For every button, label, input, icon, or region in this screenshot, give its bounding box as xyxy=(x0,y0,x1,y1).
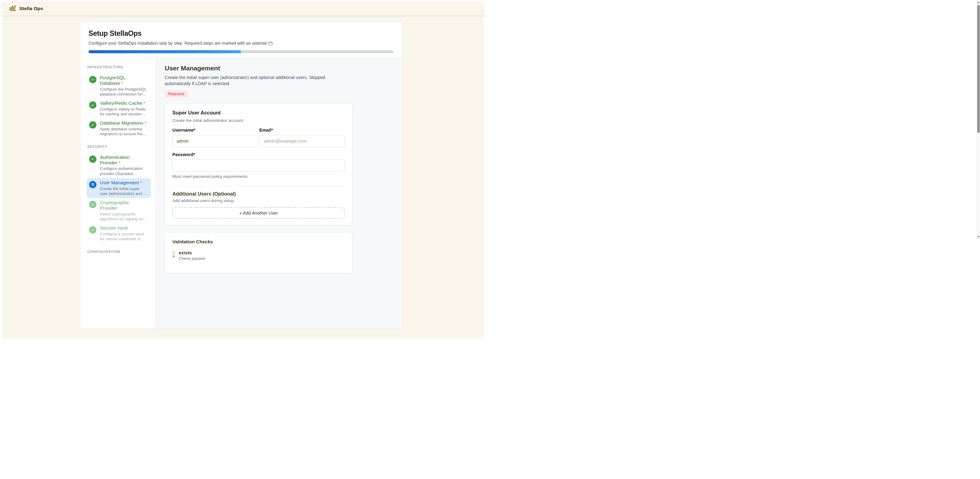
sidebar-item-desc: Configure a secrets vault for secure cre… xyxy=(100,232,148,239)
required-asterisk: * xyxy=(145,120,146,126)
wizard-header: Setup StellaOps Configure your StellaOps… xyxy=(81,22,402,58)
sidebar-item-desc: Configure authentication provider (Stand… xyxy=(100,166,148,176)
password-help: Must meet password policy requirements. xyxy=(172,174,345,179)
required-badge: Required xyxy=(165,90,188,97)
required-asterisk: * xyxy=(121,81,123,86)
sidebar-item-secrets-vault[interactable]: ✓ Secrets Vault Configure a secrets vaul… xyxy=(87,223,151,239)
required-asterisk: * xyxy=(143,100,145,106)
sidebar-item-authentication-provider[interactable]: ✓ Authentication Provider* Configure aut… xyxy=(87,153,151,178)
setup-card: Setup StellaOps Configure your StellaOps… xyxy=(81,22,402,239)
sidebar-item-valkey-redis-cache[interactable]: ✓ Valkey/Redis Cache* Configure Valkey o… xyxy=(87,99,151,118)
step-upcoming-check-icon: ✓ xyxy=(89,226,96,234)
page-title: User Management xyxy=(165,65,402,72)
sidebar-item-title: Cryptographic Provider xyxy=(100,200,129,210)
step-done-check-icon: ✓ xyxy=(89,156,96,163)
sidebar-item-desc: Apply database schema migrations to ensu… xyxy=(100,127,148,137)
top-bar: Stella Ops xyxy=(2,2,484,15)
validation-title: Validation Checks xyxy=(172,239,345,239)
sidebar-item-desc: Select cryptographic algorithms for sign… xyxy=(100,212,148,222)
step-content-pane: User Management Create the initial super… xyxy=(156,58,402,239)
step-done-check-icon: ✓ xyxy=(89,121,96,129)
validation-checks-card: Validation Checks exists Check passed xyxy=(165,232,352,239)
add-another-user-button[interactable]: + Add Another User xyxy=(172,207,345,219)
username-label: Username* xyxy=(172,127,258,132)
section-label-infrastructure: INFRASTRUCTURE xyxy=(87,65,151,69)
sidebar-item-desc: Configure Valkey or Redis for caching an… xyxy=(100,107,148,117)
additional-users-subtitle: Add additional users during setup. xyxy=(172,198,345,203)
additional-users-title: Additional Users (Optional) xyxy=(172,191,345,197)
sidebar-item-title: Authentication Provider xyxy=(100,154,130,165)
super-user-subtitle: Create the initial administrator account… xyxy=(172,118,345,123)
step-done-check-icon: ✓ xyxy=(89,76,96,83)
sidebar-item-database-migrations[interactable]: ✓ Database Migrations* Apply database sc… xyxy=(87,118,151,138)
step-done-check-icon: ✓ xyxy=(89,101,96,109)
brand-name: Stella Ops xyxy=(19,6,43,11)
brand-logo-icon xyxy=(9,5,16,13)
email-label: Email* xyxy=(259,127,345,132)
step-upcoming-check-icon: ✓ xyxy=(89,201,96,208)
wizard-step-sidebar: INFRASTRUCTURE ✓ PostgreSQL Database* Co… xyxy=(81,58,156,239)
sidebar-item-title: Secrets Vault xyxy=(100,225,128,231)
app-shell: Stella Ops Setup StellaOps Configure you… xyxy=(2,2,484,239)
page-description: Create the initial super user (administr… xyxy=(165,74,334,87)
super-user-title: Super User Account xyxy=(172,110,345,116)
super-user-card: Super User Account Create the initial ad… xyxy=(165,103,352,225)
section-label-security: SECURITY xyxy=(87,145,151,148)
sidebar-item-cryptographic-provider[interactable]: ✓ Cryptographic Provider Select cryptogr… xyxy=(87,198,151,223)
step-number-badge: 5 xyxy=(89,181,96,188)
progress-fill xyxy=(89,50,241,53)
wizard-subtitle: Configure your StellaOps installation st… xyxy=(89,41,393,46)
sidebar-item-desc: Configure the PostgreSQL database connec… xyxy=(100,87,148,97)
username-input[interactable] xyxy=(172,135,258,147)
password-label: Password* xyxy=(172,152,345,157)
sidebar-item-user-management[interactable]: 5 User Management* Create the initial su… xyxy=(87,178,151,198)
sidebar-item-postgresql-database[interactable]: ✓ PostgreSQL Database* Configure the Pos… xyxy=(87,73,151,99)
sidebar-item-title: User Management xyxy=(100,180,139,185)
wizard-title: Setup StellaOps xyxy=(89,30,393,37)
password-input[interactable] xyxy=(172,159,345,172)
email-input[interactable] xyxy=(259,135,345,147)
required-asterisk: * xyxy=(119,160,121,165)
required-asterisk: * xyxy=(140,180,142,185)
sidebar-item-desc: Create the initial super user (administr… xyxy=(100,186,148,196)
sidebar-item-title: Database Migrations xyxy=(100,120,143,126)
progress-bar xyxy=(89,50,393,53)
sidebar-item-title: Valkey/Redis Cache xyxy=(100,100,142,106)
